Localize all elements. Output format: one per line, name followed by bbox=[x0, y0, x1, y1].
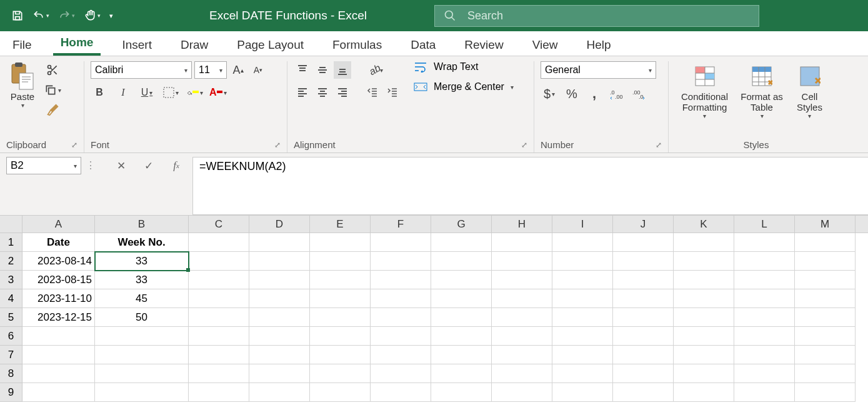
align-bottom-button[interactable] bbox=[334, 61, 351, 79]
col-header-F[interactable]: F bbox=[371, 216, 431, 232]
cell-F8[interactable] bbox=[371, 364, 431, 383]
cell-B6[interactable] bbox=[95, 327, 189, 346]
cell-F4[interactable] bbox=[371, 289, 431, 308]
align-top-button[interactable] bbox=[294, 61, 311, 79]
cell-A2[interactable]: 2023-08-14 bbox=[22, 252, 95, 271]
tab-review[interactable]: Review bbox=[457, 34, 511, 56]
cell-G1[interactable] bbox=[431, 233, 492, 252]
cell-M6[interactable] bbox=[795, 327, 856, 346]
underline-button[interactable]: U▾ bbox=[138, 84, 156, 101]
align-left-button[interactable] bbox=[294, 84, 311, 101]
orientation-button[interactable]: ab▾ bbox=[364, 61, 389, 79]
alignment-launcher[interactable]: ⤢ bbox=[521, 141, 527, 149]
row-header-9[interactable]: 9 bbox=[0, 383, 22, 402]
cell-L1[interactable] bbox=[734, 233, 795, 252]
cell-D2[interactable] bbox=[249, 252, 310, 271]
cell-M8[interactable] bbox=[795, 364, 856, 383]
name-box[interactable]: B2▾ bbox=[6, 157, 81, 174]
row-header-3[interactable]: 3 bbox=[0, 271, 22, 289]
row-header-8[interactable]: 8 bbox=[0, 364, 22, 383]
cell-D5[interactable] bbox=[249, 308, 310, 327]
row-header-7[interactable]: 7 bbox=[0, 346, 22, 364]
cell-H5[interactable] bbox=[492, 308, 552, 327]
tab-help[interactable]: Help bbox=[579, 34, 618, 56]
cell-K1[interactable] bbox=[674, 233, 734, 252]
cell-F7[interactable] bbox=[371, 346, 431, 364]
cell-D9[interactable] bbox=[249, 383, 310, 402]
cell-F2[interactable] bbox=[371, 252, 431, 271]
col-header-G[interactable]: G bbox=[431, 216, 492, 232]
cell-J9[interactable] bbox=[613, 383, 674, 402]
tab-page-layout[interactable]: Page Layout bbox=[229, 34, 311, 56]
copy-button[interactable]: ▾ bbox=[44, 81, 61, 99]
cell-B7[interactable] bbox=[95, 346, 189, 364]
select-all-corner[interactable] bbox=[0, 216, 22, 232]
decrease-decimal-button[interactable]: .00.0 bbox=[631, 85, 648, 102]
comma-button[interactable]: , bbox=[586, 85, 603, 102]
cell-D8[interactable] bbox=[249, 364, 310, 383]
cell-L7[interactable] bbox=[734, 346, 795, 364]
italic-button[interactable]: I bbox=[114, 84, 132, 101]
cell-K2[interactable] bbox=[674, 252, 734, 271]
border-button[interactable]: ▾ bbox=[162, 84, 179, 101]
cell-L5[interactable] bbox=[734, 308, 795, 327]
format-as-table-button[interactable]: Format as Table▾ bbox=[737, 61, 787, 122]
bold-button[interactable]: B bbox=[91, 84, 108, 101]
cell-A5[interactable]: 2023-12-15 bbox=[22, 308, 95, 327]
accounting-button[interactable]: $▾ bbox=[541, 85, 558, 102]
cell-F6[interactable] bbox=[371, 327, 431, 346]
cell-D3[interactable] bbox=[249, 271, 310, 289]
cell-A1[interactable]: Date bbox=[22, 233, 95, 252]
cell-C3[interactable] bbox=[189, 271, 249, 289]
cell-M5[interactable] bbox=[795, 308, 856, 327]
cell-J8[interactable] bbox=[613, 364, 674, 383]
cell-I3[interactable] bbox=[552, 271, 613, 289]
cell-L6[interactable] bbox=[734, 327, 795, 346]
conditional-formatting-button[interactable]: Conditional Formatting▾ bbox=[675, 61, 734, 122]
cell-E9[interactable] bbox=[310, 383, 371, 402]
cell-B9[interactable] bbox=[95, 383, 189, 402]
cell-E1[interactable] bbox=[310, 233, 371, 252]
cell-H2[interactable] bbox=[492, 252, 552, 271]
increase-decimal-button[interactable]: .0.00 bbox=[608, 85, 626, 102]
cell-E3[interactable] bbox=[310, 271, 371, 289]
format-painter-button[interactable] bbox=[44, 101, 61, 119]
cell-H9[interactable] bbox=[492, 383, 552, 402]
tab-insert[interactable]: Insert bbox=[114, 34, 159, 56]
enter-formula-button[interactable]: ✓ bbox=[140, 157, 157, 174]
cell-I8[interactable] bbox=[552, 364, 613, 383]
cell-J6[interactable] bbox=[613, 327, 674, 346]
increase-indent-button[interactable] bbox=[384, 84, 401, 101]
cell-J5[interactable] bbox=[613, 308, 674, 327]
cell-J7[interactable] bbox=[613, 346, 674, 364]
fill-color-button[interactable]: ▾ bbox=[186, 84, 203, 101]
clipboard-launcher[interactable]: ⤢ bbox=[71, 141, 77, 149]
number-launcher[interactable]: ⤢ bbox=[656, 141, 662, 149]
cell-K8[interactable] bbox=[674, 364, 734, 383]
percent-button[interactable]: % bbox=[563, 85, 581, 102]
cell-L3[interactable] bbox=[734, 271, 795, 289]
cell-H1[interactable] bbox=[492, 233, 552, 252]
font-launcher[interactable]: ⤢ bbox=[274, 141, 281, 149]
cell-G2[interactable] bbox=[431, 252, 492, 271]
cell-J3[interactable] bbox=[613, 271, 674, 289]
col-header-B[interactable]: B bbox=[95, 216, 189, 232]
cell-G3[interactable] bbox=[431, 271, 492, 289]
row-header-4[interactable]: 4 bbox=[0, 289, 22, 308]
font-color-button[interactable]: A▾ bbox=[209, 84, 227, 101]
cell-E7[interactable] bbox=[310, 346, 371, 364]
cell-G8[interactable] bbox=[431, 364, 492, 383]
cell-C8[interactable] bbox=[189, 364, 249, 383]
cell-M7[interactable] bbox=[795, 346, 856, 364]
cell-J1[interactable] bbox=[613, 233, 674, 252]
cell-E2[interactable] bbox=[310, 252, 371, 271]
qat-customize-button[interactable]: ▾ bbox=[106, 9, 117, 22]
cell-I9[interactable] bbox=[552, 383, 613, 402]
cell-C1[interactable] bbox=[189, 233, 249, 252]
tab-formulas[interactable]: Formulas bbox=[325, 34, 389, 56]
cell-C9[interactable] bbox=[189, 383, 249, 402]
tab-view[interactable]: View bbox=[525, 34, 566, 56]
cut-button[interactable] bbox=[44, 61, 61, 79]
cell-C2[interactable] bbox=[189, 252, 249, 271]
font-name-select[interactable]: Calibri▾ bbox=[91, 61, 192, 79]
